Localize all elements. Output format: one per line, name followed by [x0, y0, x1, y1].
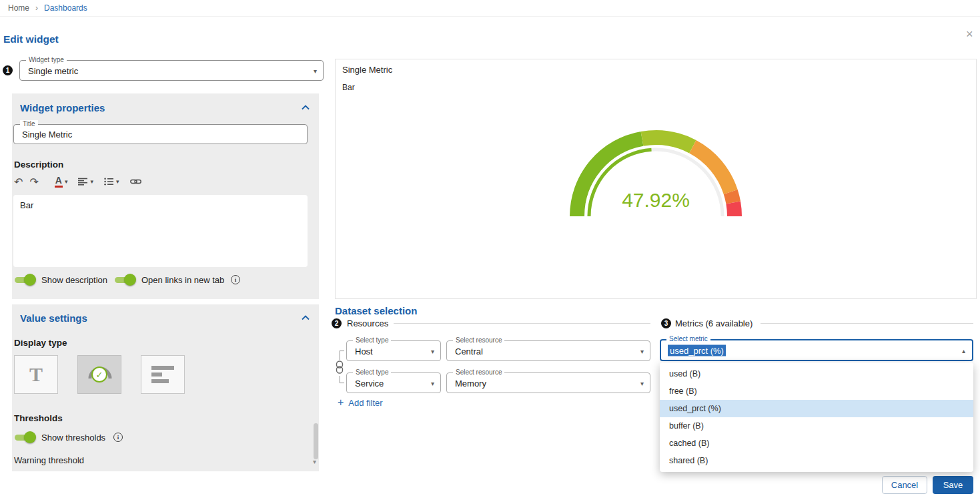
open-links-label: Open links in new tab [141, 275, 224, 285]
resource-select-2[interactable]: Select resource Memory ▾ [446, 373, 650, 393]
chevron-down-icon: ▾ [90, 178, 93, 185]
bullet-list-icon [104, 178, 114, 186]
metric-select[interactable]: Select metric used_prct (%) ▴ [660, 339, 973, 361]
scrollbar-thumb[interactable] [314, 423, 318, 459]
chevron-down-icon: ▾ [116, 178, 119, 185]
widget-type-select[interactable]: Widget type Single metric ▾ [19, 60, 324, 81]
gauge-scale-warning [692, 147, 730, 192]
menu-item[interactable]: shared (B) [660, 452, 973, 469]
display-type-bar-tile[interactable] [141, 355, 185, 394]
warning-threshold-label: Warning threshold [14, 455, 84, 465]
preview-description: Bar [342, 83, 355, 92]
menu-item[interactable]: buffer (B) [660, 417, 973, 435]
align-left-icon [78, 178, 88, 186]
menu-item[interactable]: used (B) [660, 365, 973, 383]
chevron-down-icon: ▾ [640, 347, 644, 354]
chevron-down-icon: ▾ [431, 347, 434, 354]
gauge-scale-warning2 [730, 192, 733, 203]
scroll-down-icon[interactable]: ▾ [313, 458, 316, 465]
toggle-knob [24, 431, 36, 443]
undo-icon[interactable]: ↶ [14, 176, 23, 188]
select-type-label: Select type [353, 368, 391, 377]
resource-type-select-2[interactable]: Select type Service ▾ [346, 373, 441, 393]
add-filter-button[interactable]: + Add filter [338, 397, 383, 408]
page-title: Edit widget [3, 33, 59, 45]
widget-type-label: Widget type [26, 56, 67, 64]
widget-type-value: Single metric [28, 65, 78, 75]
select-resource-label: Select resource [453, 368, 504, 377]
dataset-selection-title: Dataset selection [335, 305, 417, 316]
add-filter-label: Add filter [348, 398, 382, 408]
link-icon [130, 176, 141, 187]
select-type-value: Host [355, 346, 373, 356]
edit-widget-page: Home › Dashboards Edit widget × 1 Widget… [0, 0, 980, 496]
widget-preview-panel: Single Metric Bar 47.92% [335, 59, 977, 299]
insert-link-button[interactable] [130, 176, 141, 187]
metric-options-menu: used (B) free (B) used_prct (%) buffer (… [660, 362, 973, 472]
breadcrumb-separator-icon: › [35, 3, 38, 13]
display-type-gauge-tile[interactable]: ✓ [77, 355, 121, 394]
gauge-chart: 47.92% [556, 124, 756, 224]
link-icon[interactable] [337, 361, 343, 373]
resource-select-1[interactable]: Select resource Central ▾ [446, 340, 650, 361]
info-icon[interactable]: i [113, 433, 123, 442]
step-2-badge: 2 [332, 318, 342, 328]
select-resource-label: Select resource [453, 336, 504, 344]
collapse-chevron-up-icon[interactable] [302, 315, 310, 320]
select-resource-value: Memory [455, 378, 486, 388]
open-links-toggle[interactable] [113, 274, 136, 286]
step-3-badge: 3 [661, 318, 671, 328]
resource-type-select-1[interactable]: Select type Host ▾ [346, 340, 441, 361]
info-icon[interactable]: i [231, 275, 240, 284]
show-description-label: Show description [41, 275, 107, 285]
gauge-value-text: 47.92% [622, 189, 690, 211]
redo-icon[interactable]: ↷ [29, 176, 38, 188]
breadcrumb-home-link[interactable]: Home [8, 3, 29, 13]
display-type-label: Display type [14, 338, 67, 348]
breadcrumb-dashboards-link[interactable]: Dashboards [44, 3, 87, 13]
bar-chart-icon [151, 366, 174, 383]
toggle-knob [24, 274, 36, 286]
show-description-toggle[interactable] [13, 274, 36, 286]
select-resource-value: Central [455, 346, 483, 356]
align-button[interactable]: ▾ [78, 178, 93, 186]
selected-check-icon: ✓ [91, 366, 107, 383]
metric-select-value: used_prct (%) [668, 344, 726, 356]
metrics-label: Metrics (6 available) [675, 318, 753, 328]
save-button[interactable]: Save [933, 476, 973, 494]
thresholds-label: Thresholds [14, 413, 63, 423]
chevron-down-icon: ▾ [65, 178, 68, 185]
resources-label: Resources [347, 318, 388, 328]
chevron-up-icon: ▴ [962, 346, 965, 354]
menu-item-selected[interactable]: used_prct (%) [660, 400, 973, 417]
widget-properties-title: Widget properties [20, 102, 105, 113]
select-type-label: Select type [353, 336, 391, 344]
breadcrumb: Home › Dashboards [8, 3, 87, 13]
text-color-icon: A [55, 176, 63, 188]
menu-item[interactable]: free (B) [660, 383, 973, 400]
list-button[interactable]: ▾ [104, 178, 119, 186]
metrics-divider [761, 323, 973, 324]
title-field-wrapper: Title [13, 124, 308, 144]
title-input[interactable] [14, 125, 307, 144]
display-type-text-tile[interactable]: T [14, 355, 58, 394]
select-metric-label: Select metric [666, 335, 710, 343]
gauge-scale-ok2 [642, 138, 693, 147]
preview-title: Single Metric [342, 65, 392, 75]
description-label: Description [14, 160, 63, 170]
chevron-down-icon: ▾ [640, 379, 644, 387]
collapse-chevron-up-icon[interactable] [302, 105, 310, 110]
description-textarea[interactable]: Bar [13, 195, 308, 267]
show-thresholds-toggle[interactable] [13, 431, 36, 443]
text-color-button[interactable]: A ▾ [55, 176, 68, 188]
chevron-down-icon: ▾ [314, 67, 317, 74]
menu-item[interactable]: cached (B) [660, 435, 973, 452]
resources-divider [394, 323, 650, 324]
cancel-button[interactable]: Cancel [882, 476, 927, 494]
chevron-down-icon: ▾ [431, 379, 434, 387]
close-icon[interactable]: × [966, 27, 973, 41]
show-thresholds-label: Show thresholds [41, 433, 105, 443]
gauge-scale-critical [733, 203, 734, 217]
step-1-badge: 1 [3, 65, 13, 75]
description-toolbar: ↶ ↷ A ▾ ▾ ▾ [14, 172, 141, 191]
